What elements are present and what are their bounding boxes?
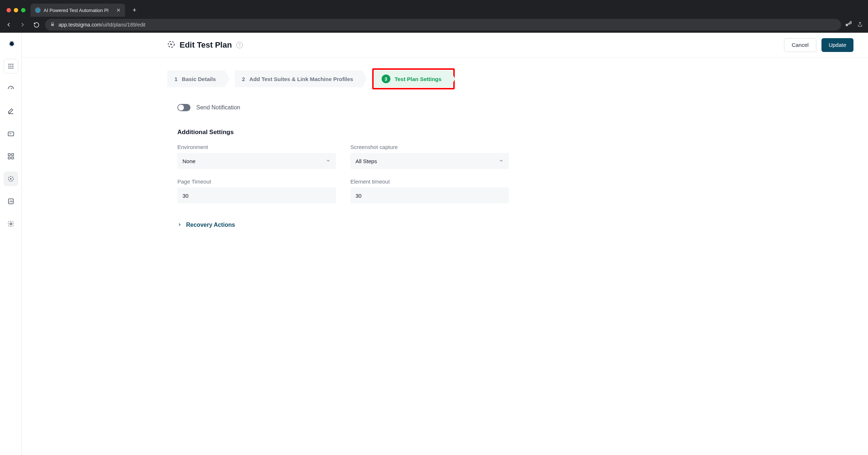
svg-rect-13 bbox=[8, 157, 10, 159]
reports-icon[interactable] bbox=[4, 194, 18, 209]
browser-actions bbox=[845, 21, 864, 29]
step-add-suites[interactable]: 2 Add Test Suites & Link Machine Profile… bbox=[235, 71, 363, 87]
element-timeout-input[interactable] bbox=[350, 188, 509, 204]
page-timeout-input[interactable] bbox=[177, 188, 336, 204]
key-icon[interactable] bbox=[845, 21, 852, 29]
new-tab-button[interactable]: + bbox=[129, 5, 140, 15]
step-highlight: 3 Test Plan Settings bbox=[372, 68, 455, 89]
step-number: 3 bbox=[382, 75, 390, 83]
environment-label: Environment bbox=[177, 144, 336, 150]
stepper: 1 Basic Details 2 Add Test Suites & Link… bbox=[167, 68, 509, 89]
screenshot-value: All Steps bbox=[355, 158, 377, 164]
chevron-down-icon bbox=[499, 158, 504, 164]
close-window-icon[interactable] bbox=[7, 8, 11, 12]
page-title: Edit Test Plan bbox=[180, 40, 232, 50]
address-bar: app.testsigma.com/ui/td/plans/189/edit bbox=[0, 17, 868, 33]
svg-rect-14 bbox=[11, 157, 13, 159]
screenshot-label: Screenshot capture bbox=[350, 144, 509, 150]
plan-run-icon bbox=[167, 40, 175, 50]
page-timeout-value bbox=[182, 193, 331, 199]
tab-title: AI Powered Test Automation Pl bbox=[44, 8, 108, 13]
maximize-window-icon[interactable] bbox=[21, 8, 25, 12]
lock-icon bbox=[50, 22, 55, 28]
apps-icon[interactable] bbox=[4, 59, 18, 73]
settings-grid: Environment None Screenshot capture All … bbox=[177, 144, 509, 204]
window-controls bbox=[7, 8, 25, 12]
recovery-actions-label: Recovery Actions bbox=[186, 222, 235, 228]
svg-point-2 bbox=[10, 64, 11, 65]
page-timeout-label: Page Timeout bbox=[177, 178, 336, 185]
svg-rect-12 bbox=[11, 154, 13, 156]
svg-point-9 bbox=[12, 68, 13, 69]
step-basic-details[interactable]: 1 Basic Details bbox=[167, 71, 225, 87]
back-button[interactable] bbox=[4, 20, 14, 30]
additional-settings-heading: Additional Settings bbox=[177, 129, 509, 136]
svg-rect-11 bbox=[8, 154, 10, 156]
element-timeout-value bbox=[355, 193, 504, 199]
step-label: Add Test Suites & Link Machine Profiles bbox=[249, 76, 353, 82]
cancel-button[interactable]: Cancel bbox=[784, 38, 816, 52]
content: 1 Basic Details 2 Add Test Suites & Link… bbox=[22, 57, 523, 228]
app-logo[interactable] bbox=[5, 39, 17, 51]
step-number: 2 bbox=[242, 76, 245, 82]
svg-point-17 bbox=[10, 223, 12, 225]
url-text: app.testsigma.com/ui/td/plans/189/edit bbox=[59, 22, 145, 28]
svg-point-3 bbox=[12, 64, 13, 65]
browser-tab[interactable]: 🌐 AI Powered Test Automation Pl ✕ bbox=[31, 4, 125, 17]
chevron-down-icon bbox=[326, 158, 331, 164]
edit-icon[interactable] bbox=[4, 104, 18, 118]
main: Edit Test Plan ? Cancel Update 1 Basic D… bbox=[22, 33, 868, 455]
svg-point-8 bbox=[10, 68, 11, 69]
sidebar bbox=[0, 33, 22, 455]
update-button[interactable]: Update bbox=[821, 38, 853, 52]
page-header: Edit Test Plan ? Cancel Update bbox=[22, 33, 868, 57]
svg-point-4 bbox=[8, 66, 9, 67]
minimize-window-icon[interactable] bbox=[14, 8, 18, 12]
svg-point-7 bbox=[8, 68, 9, 69]
send-notification-label: Send Notification bbox=[196, 104, 240, 111]
settings-icon[interactable] bbox=[4, 217, 18, 231]
browser-chrome: 🌐 AI Powered Test Automation Pl ✕ + app.… bbox=[0, 0, 868, 33]
send-notification-toggle[interactable] bbox=[177, 104, 190, 111]
dashboard-icon[interactable] bbox=[4, 81, 18, 96]
element-timeout-field: Element timeout bbox=[350, 178, 509, 204]
help-icon[interactable]: ? bbox=[236, 42, 243, 48]
step-number: 1 bbox=[174, 76, 177, 82]
svg-point-1 bbox=[8, 64, 9, 65]
page-title-group: Edit Test Plan ? bbox=[167, 40, 243, 50]
folder-icon[interactable] bbox=[4, 126, 18, 141]
screenshot-field: Screenshot capture All Steps bbox=[350, 144, 509, 169]
page-timeout-field: Page Timeout bbox=[177, 178, 336, 204]
svg-point-5 bbox=[10, 66, 11, 67]
screenshot-select[interactable]: All Steps bbox=[350, 153, 509, 169]
element-timeout-label: Element timeout bbox=[350, 178, 509, 185]
header-actions: Cancel Update bbox=[784, 38, 853, 52]
step-label: Basic Details bbox=[182, 76, 216, 82]
svg-point-6 bbox=[12, 66, 13, 67]
step-label: Test Plan Settings bbox=[395, 76, 442, 82]
reload-button[interactable] bbox=[31, 20, 41, 30]
forward-button[interactable] bbox=[17, 20, 28, 30]
close-tab-icon[interactable]: ✕ bbox=[116, 7, 121, 13]
chevron-right-icon bbox=[177, 222, 182, 228]
tab-strip: 🌐 AI Powered Test Automation Pl ✕ + bbox=[0, 0, 868, 17]
environment-field: Environment None bbox=[177, 144, 336, 169]
globe-icon: 🌐 bbox=[35, 7, 41, 13]
svg-point-0 bbox=[846, 24, 848, 26]
recovery-actions-toggle[interactable]: Recovery Actions bbox=[177, 222, 509, 228]
share-icon[interactable] bbox=[857, 21, 863, 28]
send-notification-row: Send Notification bbox=[177, 104, 509, 111]
environment-value: None bbox=[182, 158, 196, 164]
step-test-plan-settings[interactable]: 3 Test Plan Settings bbox=[374, 71, 451, 87]
grid-icon[interactable] bbox=[4, 149, 18, 164]
testplan-icon[interactable] bbox=[4, 172, 18, 186]
app-root: Edit Test Plan ? Cancel Update 1 Basic D… bbox=[0, 33, 868, 455]
environment-select[interactable]: None bbox=[177, 153, 336, 169]
url-input[interactable]: app.testsigma.com/ui/td/plans/189/edit bbox=[45, 19, 841, 31]
